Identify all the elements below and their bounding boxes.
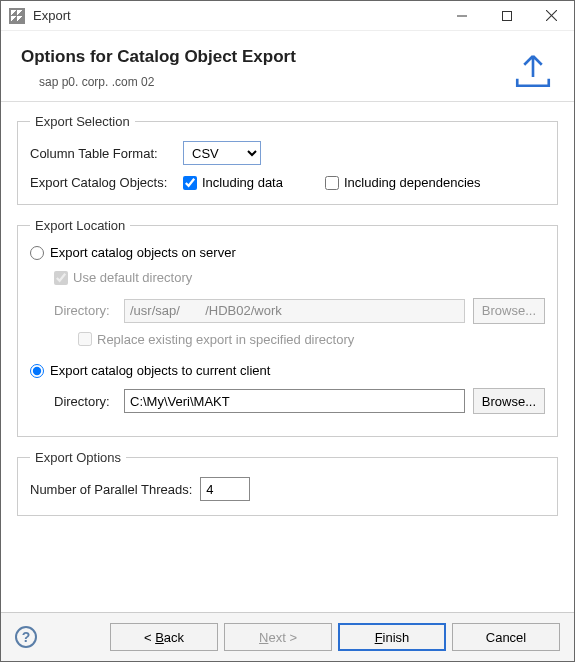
wizard-header: Options for Catalog Object Export sap p0…	[1, 31, 574, 102]
parallel-threads-input[interactable]	[200, 477, 250, 501]
minimize-icon	[457, 11, 467, 21]
back-button[interactable]: < Back	[110, 623, 218, 651]
export-selection-group: Export Selection Column Table Format: CS…	[17, 114, 558, 205]
dialog-content: Export Selection Column Table Format: CS…	[1, 102, 574, 612]
export-location-group: Export Location Export catalog objects o…	[17, 218, 558, 437]
parallel-threads-label: Number of Parallel Threads:	[30, 482, 192, 497]
client-directory-label: Directory:	[54, 394, 116, 409]
svg-rect-1	[502, 11, 511, 20]
export-to-client-radio[interactable]: Export catalog objects to current client	[30, 363, 270, 378]
including-data-checkbox[interactable]: Including data	[183, 175, 283, 190]
maximize-icon	[502, 11, 512, 21]
replace-existing-checkbox: Replace existing export in specified dir…	[78, 332, 354, 347]
header-text: Options for Catalog Object Export sap p0…	[21, 47, 296, 89]
including-dependencies-checkbox[interactable]: Including dependencies	[325, 175, 481, 190]
client-directory-input[interactable]	[124, 389, 465, 413]
replace-existing-label: Replace existing export in specified dir…	[97, 332, 354, 347]
page-title: Options for Catalog Object Export	[21, 47, 296, 67]
server-directory-label: Directory:	[54, 303, 116, 318]
use-default-directory-label: Use default directory	[73, 270, 192, 285]
minimize-button[interactable]	[439, 1, 484, 30]
server-browse-button: Browse...	[473, 298, 545, 324]
help-button[interactable]: ?	[15, 626, 37, 648]
finish-button[interactable]: Finish	[338, 623, 446, 651]
close-icon	[546, 10, 557, 21]
export-on-server-radio[interactable]: Export catalog objects on server	[30, 245, 236, 260]
app-icon	[9, 8, 25, 24]
next-button: Next >	[224, 623, 332, 651]
export-dialog: Export Options for Catalog Object Export…	[0, 0, 575, 662]
export-on-server-label: Export catalog objects on server	[50, 245, 236, 260]
window-controls	[439, 1, 574, 30]
page-subtitle: sap p0. corp. .com 02	[21, 75, 296, 89]
wizard-footer: ? < Back Next > Finish Cancel	[1, 612, 574, 661]
maximize-button[interactable]	[484, 1, 529, 30]
window-title: Export	[33, 8, 439, 23]
server-directory-input	[124, 299, 465, 323]
client-browse-button[interactable]: Browse...	[473, 388, 545, 414]
export-selection-legend: Export Selection	[30, 114, 135, 129]
including-data-label: Including data	[202, 175, 283, 190]
column-table-format-label: Column Table Format:	[30, 146, 175, 161]
export-options-legend: Export Options	[30, 450, 126, 465]
cancel-button[interactable]: Cancel	[452, 623, 560, 651]
use-default-directory-checkbox: Use default directory	[54, 270, 192, 285]
export-to-client-label: Export catalog objects to current client	[50, 363, 270, 378]
titlebar: Export	[1, 1, 574, 31]
export-location-legend: Export Location	[30, 218, 130, 233]
close-button[interactable]	[529, 1, 574, 30]
including-dependencies-label: Including dependencies	[344, 175, 481, 190]
column-table-format-select[interactable]: CSV	[183, 141, 261, 165]
export-catalog-objects-label: Export Catalog Objects:	[30, 175, 175, 190]
export-icon	[512, 49, 554, 91]
export-options-group: Export Options Number of Parallel Thread…	[17, 450, 558, 516]
